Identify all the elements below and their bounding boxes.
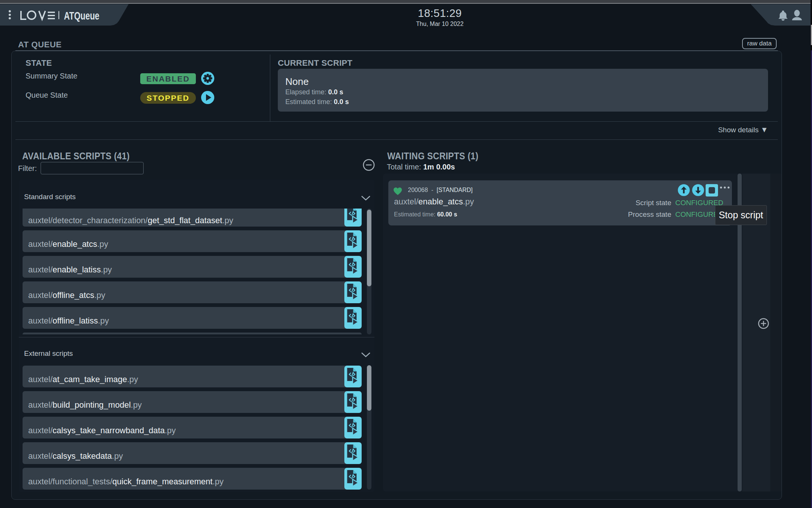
svg-text:ATQueue: ATQueue	[64, 9, 99, 22]
